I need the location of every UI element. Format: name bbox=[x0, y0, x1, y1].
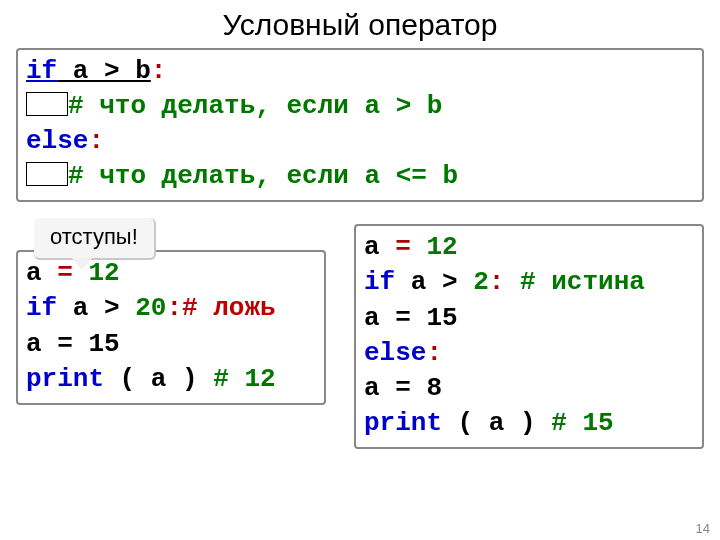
colon: : bbox=[151, 56, 167, 86]
cond-text: a > bbox=[57, 293, 135, 323]
code-line: a = 15 bbox=[364, 301, 694, 336]
code-line: a = 12 bbox=[364, 230, 694, 265]
main-code-box: if a > b: # что делать, если a > b else:… bbox=[16, 48, 704, 202]
code-line: if a > 20:# ложь bbox=[26, 291, 316, 326]
num-12: 12 bbox=[426, 232, 457, 262]
keyword-if: if bbox=[26, 293, 57, 323]
indent-box bbox=[26, 92, 68, 116]
indent-box bbox=[26, 162, 68, 186]
colon: : bbox=[489, 267, 505, 297]
op-assign: = bbox=[57, 258, 73, 288]
code-line: a = 12 bbox=[26, 256, 316, 291]
keyword-else: else bbox=[26, 126, 88, 156]
comment-15: # 15 bbox=[551, 408, 613, 438]
print-args: ( a ) bbox=[442, 408, 551, 438]
code-line-1: if a > b: bbox=[26, 54, 694, 89]
comment-false: # ложь bbox=[182, 293, 276, 323]
keyword-if: if bbox=[26, 56, 57, 86]
cond-text: a > bbox=[395, 267, 473, 297]
num-20: 20 bbox=[135, 293, 166, 323]
colon: : bbox=[426, 338, 442, 368]
page-number: 14 bbox=[696, 521, 710, 536]
code-line: print ( a ) # 12 bbox=[26, 362, 316, 397]
keyword-if: if bbox=[364, 267, 395, 297]
op-assign: = bbox=[395, 232, 411, 262]
code-line: a = 15 bbox=[26, 327, 316, 362]
gap bbox=[504, 267, 520, 297]
num-12: 12 bbox=[88, 258, 119, 288]
code-line-2: # что делать, если a > b bbox=[26, 89, 694, 124]
colon: : bbox=[88, 126, 104, 156]
comment-12: # 12 bbox=[213, 364, 275, 394]
comment-a-le-b: # что делать, если a <= b bbox=[68, 161, 458, 191]
right-code-box: a = 12 if a > 2: # истина a = 15 else: a… bbox=[354, 224, 704, 449]
left-code-box: a = 12 if a > 20:# ложь a = 15 print ( a… bbox=[16, 250, 326, 404]
keyword-print: print bbox=[364, 408, 442, 438]
code-line: else: bbox=[364, 336, 694, 371]
comment-true: # истина bbox=[520, 267, 645, 297]
keyword-else: else bbox=[364, 338, 426, 368]
space bbox=[411, 232, 427, 262]
code-line: print ( a ) # 15 bbox=[364, 406, 694, 441]
code-line-3: else: bbox=[26, 124, 694, 159]
num-2: 2 bbox=[473, 267, 489, 297]
var-a: a bbox=[26, 258, 57, 288]
code-line-4: # что делать, если a <= b bbox=[26, 159, 694, 194]
var-a: a bbox=[364, 232, 395, 262]
code-line: if a > 2: # истина bbox=[364, 265, 694, 300]
comment-a-gt-b: # что делать, если a > b bbox=[68, 91, 442, 121]
page-title: Условный оператор bbox=[0, 8, 720, 42]
code-line: a = 8 bbox=[364, 371, 694, 406]
cond-text: a > b bbox=[57, 56, 151, 86]
print-args: ( a ) bbox=[104, 364, 213, 394]
keyword-print: print bbox=[26, 364, 104, 394]
colon: : bbox=[166, 293, 182, 323]
callout-indents: отступы! bbox=[34, 218, 156, 260]
